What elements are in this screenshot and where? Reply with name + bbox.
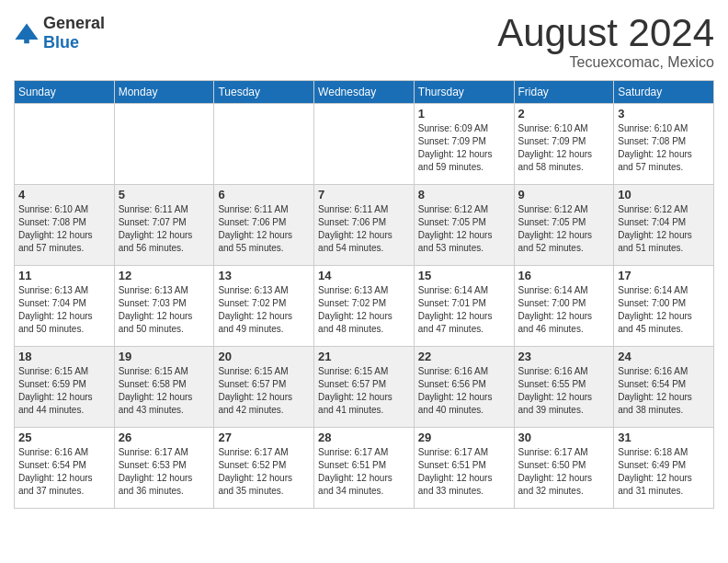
day-info: Sunrise: 6:17 AMSunset: 6:53 PMDaylight:…: [119, 446, 210, 498]
day-number: 4: [18, 188, 110, 201]
day-info: Sunrise: 6:16 AMSunset: 6:54 PMDaylight:…: [18, 446, 110, 498]
logo-general: General: [43, 14, 105, 32]
calendar-week-row: 18Sunrise: 6:15 AMSunset: 6:59 PMDayligh…: [15, 347, 714, 428]
calendar-cell: 29Sunrise: 6:17 AMSunset: 6:51 PMDayligh…: [414, 428, 514, 509]
calendar-cell: 11Sunrise: 6:13 AMSunset: 7:04 PMDayligh…: [15, 266, 115, 347]
day-info: Sunrise: 6:11 AMSunset: 7:06 PMDaylight:…: [218, 203, 310, 255]
svg-marker-0: [15, 24, 38, 40]
calendar-cell: 24Sunrise: 6:16 AMSunset: 6:54 PMDayligh…: [614, 347, 714, 428]
weekday-header-wednesday: Wednesday: [314, 81, 415, 104]
day-info: Sunrise: 6:10 AMSunset: 7:09 PMDaylight:…: [518, 122, 610, 174]
calendar-week-row: 25Sunrise: 6:16 AMSunset: 6:54 PMDayligh…: [15, 428, 714, 509]
day-number: 2: [518, 107, 610, 121]
calendar-cell: [314, 104, 415, 185]
calendar-week-row: 1Sunrise: 6:09 AMSunset: 7:09 PMDaylight…: [15, 104, 714, 185]
calendar-cell: 30Sunrise: 6:17 AMSunset: 6:50 PMDayligh…: [514, 428, 614, 509]
day-info: Sunrise: 6:16 AMSunset: 6:54 PMDaylight:…: [618, 365, 710, 417]
day-info: Sunrise: 6:16 AMSunset: 6:56 PMDaylight:…: [418, 365, 510, 417]
calendar-week-row: 11Sunrise: 6:13 AMSunset: 7:04 PMDayligh…: [15, 266, 714, 347]
weekday-header-saturday: Saturday: [614, 81, 714, 104]
calendar-cell: 2Sunrise: 6:10 AMSunset: 7:09 PMDaylight…: [514, 104, 614, 185]
day-number: 8: [418, 188, 510, 201]
day-number: 21: [318, 350, 410, 363]
calendar-cell: 27Sunrise: 6:17 AMSunset: 6:52 PMDayligh…: [214, 428, 314, 509]
calendar-cell: 10Sunrise: 6:12 AMSunset: 7:04 PMDayligh…: [614, 185, 714, 266]
day-number: 14: [318, 269, 410, 282]
calendar-cell: 9Sunrise: 6:12 AMSunset: 7:05 PMDaylight…: [514, 185, 614, 266]
day-number: 17: [618, 269, 710, 282]
logo-icon: [14, 20, 40, 46]
day-info: Sunrise: 6:16 AMSunset: 6:55 PMDaylight:…: [518, 365, 610, 417]
day-number: 13: [218, 269, 310, 282]
calendar-cell: 21Sunrise: 6:15 AMSunset: 6:57 PMDayligh…: [314, 347, 415, 428]
logo-blue: Blue: [43, 33, 79, 52]
day-number: 20: [218, 350, 310, 363]
day-info: Sunrise: 6:14 AMSunset: 7:00 PMDaylight:…: [518, 284, 610, 336]
day-number: 27: [218, 431, 310, 444]
svg-rect-1: [24, 39, 29, 44]
calendar-cell: 25Sunrise: 6:16 AMSunset: 6:54 PMDayligh…: [15, 428, 115, 509]
weekday-header-thursday: Thursday: [414, 81, 514, 104]
calendar-cell: 17Sunrise: 6:14 AMSunset: 7:00 PMDayligh…: [614, 266, 714, 347]
day-info: Sunrise: 6:10 AMSunset: 7:08 PMDaylight:…: [18, 203, 110, 255]
day-number: 22: [418, 350, 510, 363]
calendar-cell: 28Sunrise: 6:17 AMSunset: 6:51 PMDayligh…: [314, 428, 415, 509]
day-number: 26: [119, 431, 210, 444]
calendar-cell: [15, 104, 115, 185]
calendar-cell: 19Sunrise: 6:15 AMSunset: 6:58 PMDayligh…: [114, 347, 214, 428]
day-number: 7: [318, 188, 410, 201]
day-number: 31: [618, 431, 710, 444]
calendar-cell: 14Sunrise: 6:13 AMSunset: 7:02 PMDayligh…: [314, 266, 415, 347]
day-info: Sunrise: 6:11 AMSunset: 7:07 PMDaylight:…: [119, 203, 210, 255]
day-number: 25: [18, 431, 110, 444]
day-info: Sunrise: 6:15 AMSunset: 6:57 PMDaylight:…: [218, 365, 310, 417]
day-number: 16: [518, 269, 610, 282]
calendar-cell: 13Sunrise: 6:13 AMSunset: 7:02 PMDayligh…: [214, 266, 314, 347]
day-number: 30: [518, 431, 610, 444]
day-info: Sunrise: 6:17 AMSunset: 6:52 PMDaylight:…: [218, 446, 310, 498]
day-info: Sunrise: 6:13 AMSunset: 7:03 PMDaylight:…: [119, 284, 210, 336]
day-number: 9: [518, 188, 610, 201]
calendar-cell: [114, 104, 214, 185]
day-info: Sunrise: 6:13 AMSunset: 7:04 PMDaylight:…: [18, 284, 110, 336]
day-number: 11: [18, 269, 110, 282]
day-number: 18: [18, 350, 110, 363]
day-info: Sunrise: 6:14 AMSunset: 7:01 PMDaylight:…: [418, 284, 510, 336]
day-number: 24: [618, 350, 710, 363]
calendar-cell: 7Sunrise: 6:11 AMSunset: 7:06 PMDaylight…: [314, 185, 415, 266]
day-number: 12: [119, 269, 210, 282]
calendar-cell: 22Sunrise: 6:16 AMSunset: 6:56 PMDayligh…: [414, 347, 514, 428]
calendar-week-row: 4Sunrise: 6:10 AMSunset: 7:08 PMDaylight…: [15, 185, 714, 266]
calendar-cell: 18Sunrise: 6:15 AMSunset: 6:59 PMDayligh…: [15, 347, 115, 428]
calendar-cell: 23Sunrise: 6:16 AMSunset: 6:55 PMDayligh…: [514, 347, 614, 428]
logo: General Blue: [14, 14, 105, 52]
day-number: 5: [119, 188, 210, 201]
weekday-header-monday: Monday: [114, 81, 214, 104]
calendar-cell: 6Sunrise: 6:11 AMSunset: 7:06 PMDaylight…: [214, 185, 314, 266]
day-info: Sunrise: 6:17 AMSunset: 6:51 PMDaylight:…: [418, 446, 510, 498]
day-number: 6: [218, 188, 310, 201]
location-title: Tecuexcomac, Mexico: [497, 54, 714, 71]
calendar-cell: 1Sunrise: 6:09 AMSunset: 7:09 PMDaylight…: [414, 104, 514, 185]
day-number: 1: [418, 107, 510, 121]
day-info: Sunrise: 6:11 AMSunset: 7:06 PMDaylight:…: [318, 203, 410, 255]
calendar-cell: 12Sunrise: 6:13 AMSunset: 7:03 PMDayligh…: [114, 266, 214, 347]
weekday-header-row: SundayMondayTuesdayWednesdayThursdayFrid…: [15, 81, 714, 104]
day-number: 3: [618, 107, 710, 121]
calendar-table: SundayMondayTuesdayWednesdayThursdayFrid…: [14, 80, 714, 509]
day-number: 15: [418, 269, 510, 282]
day-number: 23: [518, 350, 610, 363]
weekday-header-sunday: Sunday: [15, 81, 115, 104]
day-info: Sunrise: 6:17 AMSunset: 6:50 PMDaylight:…: [518, 446, 610, 498]
weekday-header-friday: Friday: [514, 81, 614, 104]
calendar-cell: 20Sunrise: 6:15 AMSunset: 6:57 PMDayligh…: [214, 347, 314, 428]
day-info: Sunrise: 6:10 AMSunset: 7:08 PMDaylight:…: [618, 122, 710, 174]
day-number: 19: [119, 350, 210, 363]
day-info: Sunrise: 6:15 AMSunset: 6:59 PMDaylight:…: [18, 365, 110, 417]
day-info: Sunrise: 6:12 AMSunset: 7:04 PMDaylight:…: [618, 203, 710, 255]
day-info: Sunrise: 6:12 AMSunset: 7:05 PMDaylight:…: [418, 203, 510, 255]
page-header: General Blue August 2024 Tecuexcomac, Me…: [14, 14, 714, 71]
day-info: Sunrise: 6:14 AMSunset: 7:00 PMDaylight:…: [618, 284, 710, 336]
calendar-cell: 26Sunrise: 6:17 AMSunset: 6:53 PMDayligh…: [114, 428, 214, 509]
calendar-cell: [214, 104, 314, 185]
